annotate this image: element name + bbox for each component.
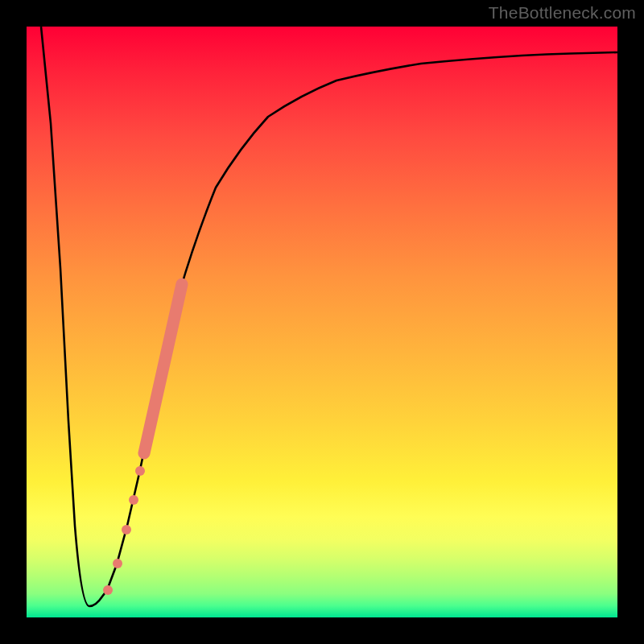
data-marker bbox=[103, 585, 113, 595]
data-marker bbox=[129, 495, 138, 505]
plot-area bbox=[27, 27, 617, 617]
data-marker bbox=[122, 525, 131, 535]
data-marker bbox=[135, 466, 145, 476]
data-marker bbox=[113, 559, 122, 568]
watermark-text: TheBottleneck.com bbox=[489, 3, 636, 23]
chart-frame: TheBottleneck.com bbox=[0, 0, 644, 644]
bottleneck-curve bbox=[41, 27, 617, 606]
chart-svg bbox=[27, 27, 617, 617]
marker-cluster-segment bbox=[144, 284, 182, 453]
